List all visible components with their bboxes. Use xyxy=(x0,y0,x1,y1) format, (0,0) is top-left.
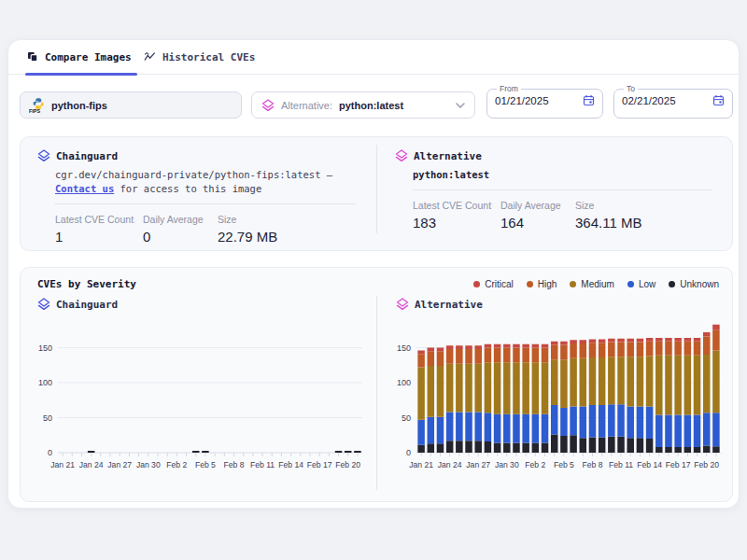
chainguard-stats: Latest CVE Count 1 Daily Average 0 Size … xyxy=(55,214,356,245)
main-card: Compare Images Historical CVEs FIPS pyth… xyxy=(7,39,740,509)
to-date-label: To xyxy=(624,84,638,93)
svg-text:100: 100 xyxy=(397,378,411,387)
chevron-down-icon xyxy=(456,103,465,108)
chainguard-title: Chainguard xyxy=(56,150,118,162)
svg-text:Jan 27: Jan 27 xyxy=(466,460,490,469)
alternative-chart-title: Alternative xyxy=(415,299,483,311)
svg-text:0: 0 xyxy=(48,448,52,457)
chainguard-diamond-icon xyxy=(37,298,50,311)
tab-historical-cves-label: Historical CVEs xyxy=(162,51,255,63)
svg-text:150: 150 xyxy=(397,343,411,353)
tab-bar: Compare Images Historical CVEs xyxy=(8,40,739,75)
stat-value: 1 xyxy=(55,229,143,245)
alternative-select[interactable]: Alternative: python:latest xyxy=(251,91,475,119)
legend-label: Critical xyxy=(485,279,514,289)
alternative-severity-chart: 050100150Jan 21Jan 24Jan 27Jan 30Feb 2Fe… xyxy=(387,313,734,492)
legend-item-high: High xyxy=(527,279,557,289)
legend-dot-critical xyxy=(473,281,480,287)
svg-text:50: 50 xyxy=(402,413,411,423)
charts-divider xyxy=(376,296,377,490)
alternative-diamond-icon xyxy=(396,298,409,311)
alternative-diamond-icon xyxy=(395,149,408,162)
svg-text:FIPS: FIPS xyxy=(29,107,40,112)
svg-text:Feb 20: Feb 20 xyxy=(335,460,360,469)
compare-images-icon xyxy=(27,51,38,63)
filters-row: FIPS python-fips Alternative: python:lat… xyxy=(8,84,739,125)
to-date-field[interactable]: To 02/21/2025 xyxy=(613,84,733,119)
alternative-stats-divider xyxy=(413,189,712,190)
stat-value: 22.79 MB xyxy=(218,229,277,245)
legend-dot-low xyxy=(627,281,634,287)
svg-text:0: 0 xyxy=(406,448,411,457)
svg-text:Feb 8: Feb 8 xyxy=(582,460,602,469)
alternative-diamond-icon xyxy=(261,99,275,112)
stat-label: Latest CVE Count xyxy=(413,200,500,211)
calendar-icon[interactable] xyxy=(583,94,595,106)
svg-text:Feb 11: Feb 11 xyxy=(250,460,275,469)
cves-by-severity-panel: CVEs by Severity Critical High Medium Lo… xyxy=(20,267,733,502)
stat-label: Latest CVE Count xyxy=(55,214,143,225)
svg-text:Feb 2: Feb 2 xyxy=(166,460,187,469)
tab-compare-images-label: Compare Images xyxy=(45,51,132,63)
legend-label: Unknown xyxy=(680,279,719,289)
image-search-input[interactable]: FIPS python-fips xyxy=(20,91,242,119)
svg-text:Feb 14: Feb 14 xyxy=(278,460,303,469)
tab-historical-cves[interactable]: Historical CVEs xyxy=(144,40,255,74)
from-date-field[interactable]: From 01/21/2025 xyxy=(486,84,603,119)
svg-text:100: 100 xyxy=(38,378,52,387)
alternative-title: Alternative xyxy=(414,150,482,162)
stat-value: 164 xyxy=(500,215,575,231)
legend-item-medium: Medium xyxy=(570,279,614,289)
chainguard-severity-chart: 050100150Jan 21Jan 24Jan 27Jan 30Feb 2Fe… xyxy=(28,313,375,492)
stat-value: 183 xyxy=(413,215,500,231)
cves-by-severity-title: CVEs by Severity xyxy=(37,278,136,290)
legend-item-low: Low xyxy=(627,279,655,289)
svg-text:Feb 11: Feb 11 xyxy=(609,460,633,469)
from-date-value: 01/21/2025 xyxy=(495,95,549,106)
alternative-chart-block: Alternative 050100150Jan 21Jan 24Jan 27J… xyxy=(387,296,734,496)
alternative-stats: Latest CVE Count 183 Daily Average 164 S… xyxy=(413,200,712,231)
svg-text:Jan 24: Jan 24 xyxy=(79,460,104,469)
legend-label: Medium xyxy=(581,279,614,289)
svg-text:Feb 17: Feb 17 xyxy=(307,460,332,469)
legend-dot-medium xyxy=(570,281,576,287)
svg-text:Feb 5: Feb 5 xyxy=(195,460,216,469)
chainguard-diamond-icon xyxy=(37,149,50,162)
stat-label: Size xyxy=(218,214,277,225)
svg-text:Jan 30: Jan 30 xyxy=(495,460,519,469)
alternative-select-value: python:latest xyxy=(339,100,403,111)
svg-text:Jan 21: Jan 21 xyxy=(50,460,75,469)
severity-legend: Critical High Medium Low Unknown xyxy=(473,279,719,289)
line-chart-icon xyxy=(144,51,156,63)
svg-text:50: 50 xyxy=(43,413,52,423)
calendar-icon[interactable] xyxy=(712,94,725,106)
chainguard-subtitle-text-post: for access to this image xyxy=(114,183,261,194)
stat-value: 364.11 MB xyxy=(575,215,641,231)
chainguard-summary: Chainguard cgr.dev/chainguard-private/py… xyxy=(21,137,376,250)
page: { "tabs": [ { "label": "Compare Images" … xyxy=(0,0,747,560)
legend-label: High xyxy=(538,279,557,289)
svg-text:Feb 14: Feb 14 xyxy=(637,460,662,469)
legend-item-unknown: Unknown xyxy=(669,279,719,289)
chainguard-stats-divider xyxy=(55,203,356,204)
alternative-summary: Alternative python:latest Latest CVE Cou… xyxy=(376,137,732,250)
from-date-label: From xyxy=(497,84,521,93)
svg-text:Jan 21: Jan 21 xyxy=(409,460,433,469)
chainguard-subtitle-text: cgr.dev/chainguard-private/python-fips:l… xyxy=(55,169,332,180)
svg-text:150: 150 xyxy=(38,343,52,353)
chainguard-subtitle: cgr.dev/chainguard-private/python-fips:l… xyxy=(55,168,356,196)
legend-item-critical: Critical xyxy=(473,279,514,289)
contact-us-link[interactable]: Contact us xyxy=(55,183,114,194)
tab-compare-images[interactable]: Compare Images xyxy=(27,40,132,74)
svg-text:Feb 17: Feb 17 xyxy=(666,460,691,469)
image-search-value: python-fips xyxy=(51,100,107,111)
svg-text:Feb 5: Feb 5 xyxy=(554,460,574,469)
svg-text:Feb 8: Feb 8 xyxy=(223,460,244,469)
alternative-subtitle: python:latest xyxy=(413,168,712,182)
alternative-select-label: Alternative: xyxy=(281,100,332,111)
stat-label: Daily Average xyxy=(143,214,218,225)
stat-label: Daily Average xyxy=(500,200,575,211)
stat-value: 0 xyxy=(143,229,218,245)
legend-label: Low xyxy=(639,279,655,289)
svg-text:Jan 24: Jan 24 xyxy=(438,460,462,469)
